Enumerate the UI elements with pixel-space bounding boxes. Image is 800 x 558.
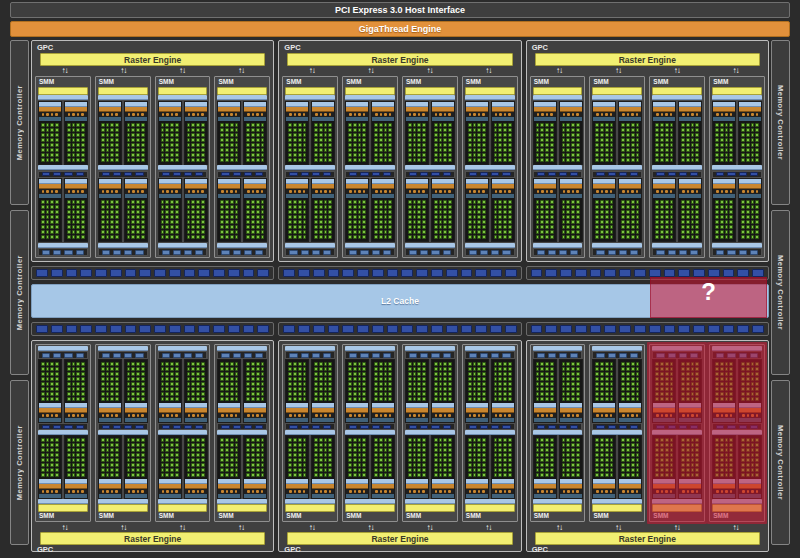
cuda-core [417, 235, 421, 239]
cuda-core [110, 123, 114, 127]
load-store-row-unit [420, 172, 428, 176]
cuda-core [165, 443, 169, 447]
cuda-core [755, 200, 759, 204]
dispatch-unit [478, 190, 480, 193]
texture-unit-row-unit [255, 250, 263, 255]
texture-cache-bar [652, 243, 702, 248]
cuda-core [725, 392, 729, 396]
cuda-core [550, 392, 554, 396]
register-bar [593, 494, 615, 498]
dispatch-unit [656, 190, 658, 193]
cuda-core [413, 473, 417, 477]
load-store-row-unit [360, 425, 368, 429]
dispatch-unit [171, 190, 173, 193]
texture-unit-row-unit [750, 250, 758, 255]
dispatch-unit [448, 113, 450, 116]
dispatch-unit [261, 414, 263, 417]
cuda-core [562, 220, 566, 224]
cuda-core [417, 473, 421, 477]
cuda-core [161, 123, 165, 127]
dispatch-unit [188, 190, 190, 193]
load-store-row-unit [195, 425, 203, 429]
cuda-core [408, 123, 412, 127]
texture-unit-row [158, 351, 208, 359]
cuda-core [443, 463, 447, 467]
cuda-core [384, 123, 388, 127]
cuda-core [686, 138, 690, 142]
cuda-core [443, 392, 447, 396]
load-store-row-unit [135, 425, 143, 429]
cuda-core [41, 148, 45, 152]
register-bar [432, 418, 454, 422]
cuda-core [251, 453, 255, 457]
cuda-core [498, 473, 502, 477]
texture-cache-bar [712, 165, 762, 170]
cuda-core [621, 387, 625, 391]
cuda-core [55, 148, 59, 152]
dispatch-unit [691, 490, 693, 493]
dispatch-unit [596, 113, 598, 116]
cuda-core [468, 377, 472, 381]
dispatch-unit [756, 490, 758, 493]
cuda-core [319, 158, 323, 162]
cuda-core [319, 200, 323, 204]
register-bar [492, 418, 514, 422]
cuda-core [576, 158, 580, 162]
cuda-core [293, 205, 297, 209]
cuda-core [751, 392, 755, 396]
dispatch-unit [546, 190, 548, 193]
cuda-core [741, 153, 745, 157]
dispatch-unit [656, 113, 658, 116]
cuda-core [729, 200, 733, 204]
cuda-core [751, 473, 755, 477]
cuda-core [76, 443, 80, 447]
cuda-core [665, 362, 669, 366]
cuda-core [443, 453, 447, 457]
cuda-core [571, 200, 575, 204]
cuda-core [494, 225, 498, 229]
cuda-core [550, 205, 554, 209]
cuda-core [225, 382, 229, 386]
cuda-core [136, 468, 140, 472]
processing-block [592, 359, 642, 423]
dispatch-unit [610, 190, 612, 193]
cuda-core [293, 123, 297, 127]
cuda-core [76, 387, 80, 391]
cuda-core [468, 367, 472, 371]
cuda-core [670, 148, 674, 152]
cuda-core [191, 372, 195, 376]
cuda-core [358, 362, 362, 366]
smm-subcolumn [652, 359, 676, 423]
cuda-core [235, 225, 239, 229]
cuda-core [384, 215, 388, 219]
cuda-core [448, 143, 452, 147]
cuda-core [636, 205, 640, 209]
cuda-core [720, 372, 724, 376]
cuda-core [725, 362, 729, 366]
texture-unit-row-unit [727, 353, 735, 358]
cuda-core [665, 382, 669, 386]
crossbar-port [475, 269, 487, 277]
cuda-core [115, 367, 119, 371]
cuda-core [636, 128, 640, 132]
cuda-core [655, 148, 659, 152]
cuda-core [660, 123, 664, 127]
dispatch-unit [289, 190, 291, 193]
cuda-core [477, 458, 481, 462]
dispatch-row [713, 489, 735, 494]
cuda-core [175, 200, 179, 204]
cuda-core [468, 225, 472, 229]
cuda-core [566, 443, 570, 447]
cuda-core [621, 230, 625, 234]
cuda-core [374, 448, 378, 452]
cuda-core [293, 225, 297, 229]
cuda-core [468, 158, 472, 162]
cuda-core [101, 210, 105, 214]
cuda-core [681, 458, 685, 462]
cuda-core [550, 230, 554, 234]
smm-subcolumn [98, 359, 122, 423]
cuda-core [298, 215, 302, 219]
smm-subcolumn [592, 101, 616, 165]
cuda-core [508, 158, 512, 162]
cuda-core [691, 158, 695, 162]
